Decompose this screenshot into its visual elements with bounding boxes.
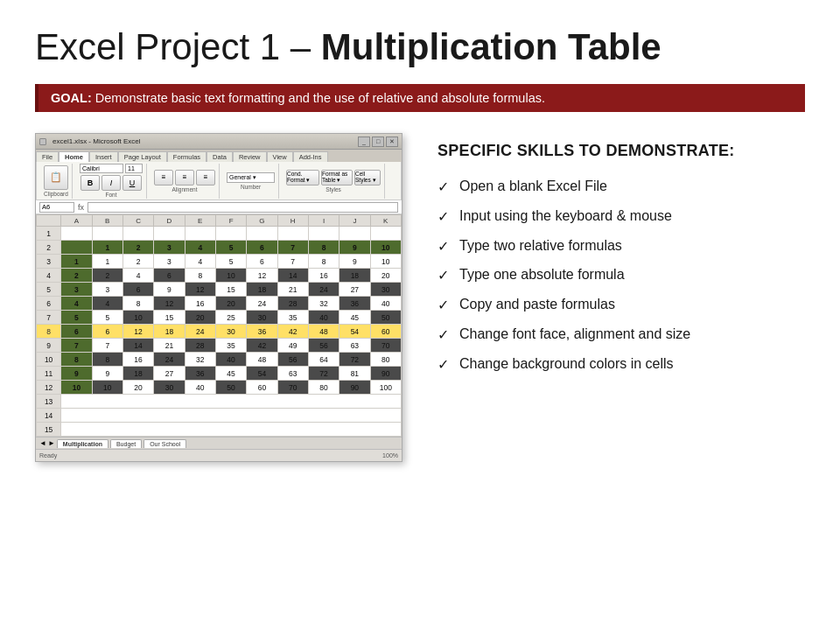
cell[interactable]: 20 <box>215 297 246 311</box>
cell[interactable] <box>92 227 122 241</box>
cell[interactable]: 9 <box>340 255 370 269</box>
cell[interactable]: 9 <box>340 241 370 255</box>
cell[interactable]: 54 <box>340 325 370 339</box>
tab-formulas[interactable]: Formulas <box>167 151 206 162</box>
cell[interactable]: 36 <box>185 367 215 381</box>
cell[interactable]: 6 <box>247 241 277 255</box>
sheet-tab-multiplication[interactable]: Multiplication <box>57 439 108 448</box>
cell[interactable]: 100 <box>370 381 401 395</box>
tab-file[interactable]: File <box>36 151 59 162</box>
number-format-box[interactable]: General ▾ <box>227 172 275 183</box>
tab-home[interactable]: Home <box>59 151 89 162</box>
cell[interactable]: 30 <box>370 283 401 297</box>
cell[interactable] <box>215 227 246 241</box>
cell[interactable] <box>185 227 215 241</box>
cell[interactable]: 72 <box>308 367 339 381</box>
cell[interactable] <box>154 227 185 241</box>
cell[interactable]: 50 <box>215 381 246 395</box>
cell[interactable]: 7 <box>92 339 122 353</box>
cell[interactable]: 21 <box>277 283 308 297</box>
cell[interactable]: 60 <box>247 381 277 395</box>
cell[interactable]: 1 <box>61 255 92 269</box>
sheet-tab-our-school[interactable]: Our School <box>144 439 186 448</box>
cell[interactable]: 24 <box>308 283 339 297</box>
cell[interactable]: 8 <box>185 269 215 283</box>
cell[interactable]: 6 <box>92 325 122 339</box>
tab-addins[interactable]: Add-Ins <box>293 151 328 162</box>
cell[interactable] <box>308 227 339 241</box>
cell[interactable]: 25 <box>215 311 246 325</box>
name-box[interactable]: A6 <box>39 202 74 213</box>
cell[interactable]: 28 <box>277 297 308 311</box>
cell[interactable]: 18 <box>340 269 370 283</box>
cell[interactable]: 6 <box>61 325 92 339</box>
cell[interactable]: 36 <box>247 325 277 339</box>
bold-btn[interactable]: B <box>80 175 100 191</box>
cell[interactable]: 12 <box>122 325 153 339</box>
cell[interactable] <box>61 409 402 423</box>
cell[interactable]: 7 <box>277 241 308 255</box>
cell[interactable]: 40 <box>185 381 215 395</box>
cell[interactable]: 6 <box>122 283 153 297</box>
cell[interactable]: 6 <box>154 269 185 283</box>
cell[interactable]: 63 <box>277 367 308 381</box>
cell[interactable]: 3 <box>92 283 122 297</box>
cell[interactable]: 64 <box>308 353 339 367</box>
sheet-nav-left[interactable]: ◄ <box>39 439 46 447</box>
cell[interactable]: 7 <box>277 255 308 269</box>
cell[interactable]: 27 <box>340 283 370 297</box>
cell[interactable]: 63 <box>340 339 370 353</box>
cell[interactable]: 40 <box>215 353 246 367</box>
cell[interactable] <box>277 227 308 241</box>
cell[interactable]: 15 <box>154 311 185 325</box>
cell[interactable]: 90 <box>340 381 370 395</box>
sheet-nav-right[interactable]: ► <box>48 439 55 447</box>
cell[interactable]: 50 <box>370 311 401 325</box>
cell[interactable]: 10 <box>92 381 122 395</box>
cell[interactable]: 3 <box>154 241 185 255</box>
cell[interactable] <box>61 241 92 255</box>
cell[interactable]: 2 <box>61 269 92 283</box>
cell[interactable]: 35 <box>215 339 246 353</box>
cell[interactable]: 10 <box>122 311 153 325</box>
cell[interactable]: 56 <box>277 353 308 367</box>
cell[interactable]: 3 <box>154 255 185 269</box>
cell[interactable]: 72 <box>340 353 370 367</box>
cell[interactable]: 8 <box>308 255 339 269</box>
cell[interactable]: 16 <box>185 297 215 311</box>
cell[interactable]: 1 <box>92 255 122 269</box>
maximize-btn[interactable]: □ <box>372 136 384 147</box>
cell[interactable]: 81 <box>340 367 370 381</box>
cell[interactable]: 9 <box>61 367 92 381</box>
cell[interactable]: 4 <box>122 269 153 283</box>
cell[interactable] <box>61 227 92 241</box>
cell[interactable]: 9 <box>92 367 122 381</box>
cell[interactable]: 12 <box>185 283 215 297</box>
cell[interactable]: 10 <box>61 381 92 395</box>
cell[interactable]: 18 <box>154 325 185 339</box>
cell[interactable]: 40 <box>308 311 339 325</box>
conditional-format-btn[interactable]: Cond. Format ▾ <box>286 170 319 186</box>
cell[interactable] <box>122 227 153 241</box>
tab-page-layout[interactable]: Page Layout <box>118 151 167 162</box>
cell[interactable]: 20 <box>370 269 401 283</box>
cell[interactable]: 49 <box>277 339 308 353</box>
cell[interactable]: 30 <box>215 325 246 339</box>
cell[interactable]: 5 <box>215 255 246 269</box>
cell[interactable]: 8 <box>308 241 339 255</box>
font-size-box[interactable]: 11 <box>125 164 143 173</box>
close-btn[interactable]: ✕ <box>386 136 398 147</box>
cell[interactable]: 8 <box>61 353 92 367</box>
cell[interactable] <box>61 423 402 437</box>
cell[interactable] <box>370 227 401 241</box>
cell[interactable]: 18 <box>122 367 153 381</box>
cell[interactable]: 4 <box>61 297 92 311</box>
cell[interactable]: 2 <box>122 255 153 269</box>
cell[interactable]: 4 <box>185 255 215 269</box>
sheet-tab-budget[interactable]: Budget <box>110 439 142 448</box>
cell[interactable]: 90 <box>370 367 401 381</box>
cell[interactable]: 70 <box>370 339 401 353</box>
cell[interactable]: 48 <box>308 325 339 339</box>
cell[interactable]: 60 <box>370 325 401 339</box>
cell[interactable]: 4 <box>92 297 122 311</box>
